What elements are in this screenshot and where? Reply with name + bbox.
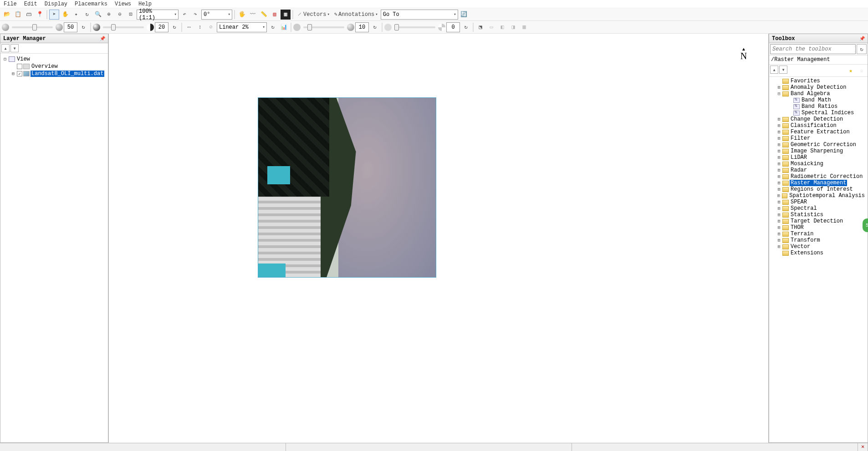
stretch-lock-icon[interactable]: ⊘ — [206, 22, 216, 32]
search-refresh-icon[interactable]: ↻ — [857, 44, 867, 54]
expand-icon[interactable]: ⊞ — [776, 180, 781, 186]
contrast-value[interactable] — [155, 22, 168, 32]
flicker-icon[interactable]: ◧ — [497, 22, 507, 32]
blend-icon[interactable]: ▭ — [486, 22, 496, 32]
collapse-down-icon[interactable]: ▾ — [779, 66, 787, 74]
pan-tool-icon[interactable]: ✋ — [60, 10, 70, 20]
sharpen-reset-icon[interactable]: ↻ — [370, 22, 380, 32]
toolbox-node[interactable]: ⊞Vector — [771, 243, 866, 250]
toolbox-node[interactable]: ⊞Feature Extraction — [771, 129, 866, 135]
favorite-star-icon[interactable]: ★ — [846, 66, 856, 76]
brightness-value[interactable] — [64, 22, 77, 32]
menu-display[interactable]: Display — [45, 1, 67, 7]
stretch-refresh-icon[interactable]: ↻ — [268, 22, 278, 32]
vectors-dropdown[interactable]: ⟋ Vectors▾ — [295, 11, 332, 18]
expand-icon[interactable]: ⊞ — [776, 206, 781, 211]
expand-icon[interactable]: ⊞ — [776, 199, 781, 205]
toolbox-node[interactable]: ⊟Band Algebra — [771, 91, 866, 97]
toolbox-node[interactable]: ⊞Spectral — [771, 205, 866, 212]
menu-help[interactable]: Help — [138, 1, 152, 7]
menu-placemarks[interactable]: Placemarks — [75, 1, 107, 7]
toolbox-node[interactable]: ⊞Target Detection — [771, 218, 866, 224]
close-icon[interactable]: ✕ — [858, 443, 868, 451]
refresh-display-icon[interactable]: 🔄 — [459, 10, 469, 20]
histogram-icon[interactable]: 📊 — [279, 22, 289, 32]
view-grid-icon[interactable]: ▦ — [519, 22, 529, 32]
zoom-out-icon[interactable]: ⊖ — [115, 10, 125, 20]
toolbox-search-input[interactable] — [770, 44, 856, 54]
side-badge[interactable]: 5 — [863, 218, 868, 232]
toolbox-node[interactable]: ·Extensions — [771, 250, 866, 256]
toolbox-node[interactable]: ⊞LiDAR — [771, 154, 866, 161]
expand-icon[interactable]: ⊞ — [776, 155, 781, 160]
toolbox-node[interactable]: ⊞Statistics — [771, 212, 866, 218]
tree-dataset-node[interactable]: ⊞ ✓ Landsat8_OLI_multi.dat — [2, 70, 106, 77]
expand-icon[interactable]: ⊞ — [776, 129, 781, 135]
dataset-checkbox[interactable]: ✓ — [17, 71, 22, 76]
brightness-slider[interactable] — [12, 26, 53, 28]
swipe-icon[interactable]: ◨ — [508, 22, 518, 32]
collapse-up-icon[interactable]: ▴ — [1, 44, 10, 52]
toolbox-node[interactable]: ·Favorites — [771, 78, 866, 84]
select-tool-icon[interactable]: ➤ — [49, 10, 59, 20]
toolbox-node[interactable]: ⊞THOR — [771, 224, 866, 231]
brightness-reset-icon[interactable]: ↻ — [78, 22, 88, 32]
roi-icon[interactable]: ▧ — [270, 10, 280, 20]
toolbox-node[interactable]: ⊞Raster Management — [771, 180, 866, 186]
stretch-y-icon[interactable]: ↕ — [195, 22, 205, 32]
toolbox-node[interactable]: ·Band Math — [771, 97, 866, 103]
zoom-in-icon[interactable]: ⊕ — [104, 10, 114, 20]
paste-icon[interactable]: 📋 — [13, 10, 23, 20]
open-icon[interactable]: 📂 — [2, 10, 12, 20]
expand-icon[interactable]: ⊞ — [776, 238, 781, 243]
pin-icon[interactable]: 📍 — [35, 10, 45, 20]
previous-extent-icon[interactable]: ↶ — [179, 10, 189, 20]
overview-checkbox[interactable] — [17, 64, 22, 69]
expand-icon[interactable]: ⊞ — [776, 85, 781, 90]
next-extent-icon[interactable]: ↷ — [190, 10, 200, 20]
toolbox-node[interactable]: ⊞Filter — [771, 135, 866, 142]
toolbox-node[interactable]: ⊞Anomaly Detection — [771, 84, 866, 91]
toolbox-node[interactable]: ⊞Transform — [771, 237, 866, 243]
toolbox-node[interactable]: ⊞Terrain — [771, 231, 866, 237]
toolbox-node[interactable]: ⊞Spatiotemporal Analysis — [771, 193, 866, 199]
expand-icon[interactable]: ⊞ — [776, 193, 781, 198]
sharpen-slider[interactable] — [303, 26, 344, 28]
transparency-slider[interactable] — [394, 26, 435, 28]
expand-icon[interactable]: ⊞ — [776, 225, 781, 230]
expand-icon[interactable]: ⊟ — [776, 91, 781, 96]
expand-icon[interactable]: ⊞ — [776, 218, 781, 224]
menu-views[interactable]: Views — [115, 1, 131, 7]
pin-panel-icon[interactable]: 📌 — [100, 36, 105, 41]
toolbox-node[interactable]: ⊞Regions of Interest — [771, 186, 866, 193]
expand-icon[interactable]: ⊞ — [776, 117, 781, 122]
crosshairs-icon[interactable]: 〰 — [248, 10, 258, 20]
zoom-drag-icon[interactable]: 🔍 — [93, 10, 103, 20]
expand-icon[interactable]: ⊞ — [776, 123, 781, 128]
rotate-tool-icon[interactable]: ↻ — [82, 10, 92, 20]
toolbox-node[interactable]: ⊞Change Detection — [771, 116, 866, 122]
tree-overview-node[interactable]: Overview — [2, 63, 106, 70]
expand-icon[interactable]: ⊞ — [776, 231, 781, 237]
rotate-combo[interactable]: 0° — [201, 10, 232, 20]
toolbox-node[interactable]: ⊞Geometric Correction — [771, 142, 866, 148]
zoom-combo[interactable]: 100% (1:1) — [137, 10, 179, 20]
raster-display[interactable] — [258, 97, 436, 278]
toolbox-node[interactable]: ·Spectral Indices — [771, 110, 866, 116]
stretch-combo[interactable]: Linear 2% — [217, 22, 267, 32]
toolbox-node[interactable]: ·Band Ratios — [771, 103, 866, 110]
data-manager-icon[interactable]: 🗃 — [24, 10, 34, 20]
contrast-slider[interactable] — [103, 26, 144, 28]
expand-icon[interactable]: ⊞ — [776, 136, 781, 141]
expand-icon[interactable]: ⊞ — [776, 187, 781, 192]
menu-edit[interactable]: Edit — [24, 1, 37, 7]
toolbox-node[interactable]: ⊞SPEAR — [771, 199, 866, 205]
chip-icon[interactable]: ▦ — [281, 10, 291, 20]
portal-icon[interactable]: ⬔ — [475, 22, 485, 32]
goto-combo[interactable]: Go To — [381, 10, 458, 20]
contrast-reset-icon[interactable]: ↻ — [169, 22, 179, 32]
transparency-value[interactable] — [446, 22, 460, 32]
expand-icon[interactable]: ⊞ — [776, 174, 781, 179]
fly-tool-icon[interactable]: ✦ — [71, 10, 81, 20]
expand-icon[interactable]: ⊞ — [776, 244, 781, 249]
